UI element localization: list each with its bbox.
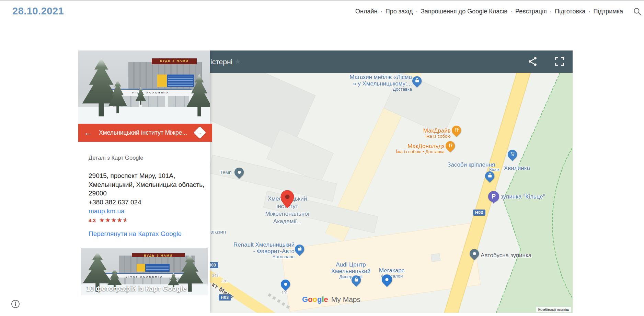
pin-khvylynka-store[interactable] xyxy=(506,148,519,161)
poi-megakars: Мегакарс Автосалон xyxy=(361,267,423,279)
poi-zupynka-kiltse: зупинка "Кільце" xyxy=(501,193,545,200)
poi-sublabel: Доставка xyxy=(336,87,412,92)
poi-label: МакДональдз xyxy=(376,143,445,149)
place-card-header: ← Хмельницький інститут Міжре... → xyxy=(78,124,212,142)
share-icon[interactable] xyxy=(527,56,538,67)
address-line: 29015, проспект Миру, 101А, xyxy=(89,171,204,180)
logo-letter: G xyxy=(302,295,308,304)
address-block: 29015, проспект Миру, 101А, Хмельницький… xyxy=(89,171,204,206)
nav-item-google-class[interactable]: Запрошення до Google Класів xyxy=(418,8,510,15)
poi-sublabel: Їжа із собою • Доставка xyxy=(376,149,445,155)
poi-renault: Renault Хмельницький - Фаворит-Авто Авто… xyxy=(225,241,295,260)
photos-caption: 10 фотографій із Карт Google xyxy=(86,285,186,293)
nav-item-support[interactable]: Підтримка xyxy=(590,8,626,15)
fork-knife-icon xyxy=(455,127,459,134)
place-photo[interactable]: БУДЬ З НАМИ VIVAT ACADEMIA xyxy=(78,50,210,124)
fullscreen-icon[interactable] xyxy=(554,56,565,67)
bag-icon xyxy=(354,277,358,283)
poi-label: Мегакарс xyxy=(361,267,423,274)
poi-label: МакДрайв xyxy=(382,127,451,134)
poi-khvylynka: Хвилинка xyxy=(504,165,530,171)
phone-number: +380 382 637 024 xyxy=(89,198,204,207)
embedded-map-widget[interactable]: Магазин меблів «Лісма » у Хмельницькому:… xyxy=(78,50,573,313)
road-shield-h03: H03 xyxy=(473,210,485,216)
bag-icon xyxy=(297,246,302,252)
house-number: 101 xyxy=(281,291,288,295)
nav-item-online[interactable]: Онлайн xyxy=(352,8,380,15)
keyboard-shortcuts-button[interactable]: Комбінації клавіш xyxy=(536,307,571,312)
rating-stars: ★★★★★ ★★★★★ xyxy=(99,217,129,223)
logo-letter: g xyxy=(317,295,322,304)
rating-row: 4.3 ★★★★★ ★★★★★ xyxy=(89,217,129,223)
pin-hole xyxy=(238,171,241,174)
view-on-google-maps-link[interactable]: Переглянути на Картах Google xyxy=(89,230,182,238)
photo-banner: БУДЬ З НАМИ xyxy=(152,58,196,64)
map-building xyxy=(431,253,441,262)
logo-letter: e xyxy=(324,295,328,304)
poi-label: Академії... xyxy=(256,218,319,225)
site-nav: Онлайн · Про захід · Запрошення до Googl… xyxy=(352,1,626,22)
poi-bus-stop: Автобусна зупинка xyxy=(481,252,531,259)
pin-mcdrive-restaurant[interactable] xyxy=(450,124,463,137)
search-icon[interactable] xyxy=(633,7,642,16)
map-title-partial: істерні xyxy=(210,50,232,73)
photos-thumbnail[interactable]: БУДЬ З НАМИ VIVAT ACADEMIA 10 фотографій… xyxy=(81,248,208,295)
map-road-prospekt xyxy=(198,266,283,313)
logo-mymaps-text: My Maps xyxy=(331,295,360,304)
bag-icon xyxy=(415,78,419,84)
poi-mcdrive: МакДрайв Їжа із собою xyxy=(382,127,451,139)
poi-lisma: Магазин меблів «Лісма » у Хмельницькому:… xyxy=(336,74,412,92)
poi-mcdonalds: МакДональдз Їжа із собою • Доставка xyxy=(376,143,445,155)
pin-parking[interactable]: P xyxy=(488,191,499,202)
poi-label: Renault Хмельницький xyxy=(225,241,295,248)
poi-label: » у Хмельницькому:... xyxy=(336,80,412,87)
info-icon[interactable] xyxy=(11,300,20,308)
poi-mahazyn-partial: агазин xyxy=(210,229,226,235)
fork-knife-icon xyxy=(448,143,452,149)
poi-sublabel: Автосалон xyxy=(225,255,295,260)
place-title: Хмельницький інститут Міжре... xyxy=(99,124,187,142)
nav-item-preparation[interactable]: Підготовка xyxy=(552,8,588,15)
star-icon[interactable]: ★ xyxy=(234,57,241,66)
photo-snow xyxy=(78,107,210,124)
poi-label: Міжрегіональної xyxy=(256,210,319,218)
pin-hole xyxy=(386,278,389,281)
directions-icon[interactable]: → xyxy=(194,126,206,139)
nav-item-registration[interactable]: Реєстрація xyxy=(512,8,550,15)
photo-blue-sign xyxy=(157,75,194,87)
site-header: 28.10.2021 Онлайн · Про захід · Запрошен… xyxy=(0,0,644,22)
logo-letter: o xyxy=(308,295,312,304)
pin-hole xyxy=(284,283,287,286)
road-shield-h03: H03 xyxy=(219,294,231,301)
poi-label: Магазин меблів «Лісма xyxy=(336,74,412,80)
address-line: Хмельницький, Хмельницька область, xyxy=(89,180,204,189)
website-link[interactable]: maup.km.ua xyxy=(89,207,125,215)
bag-icon xyxy=(487,173,492,179)
page: 28.10.2021 Онлайн · Про захід · Запрошен… xyxy=(0,0,644,316)
stars-filled: ★★★★★ xyxy=(99,217,126,223)
google-my-maps-logo[interactable]: Google My Maps xyxy=(302,295,360,304)
pin-mcdonalds-restaurant[interactable] xyxy=(444,139,457,152)
house-number: 191 xyxy=(222,279,228,283)
poi-label: - Фаворит-Авто xyxy=(225,248,295,255)
poi-zasoby: Засоби кріплення xyxy=(447,161,495,168)
pin-hole xyxy=(473,252,476,255)
house-number: 343 xyxy=(212,273,218,278)
rating-value: 4.3 xyxy=(89,217,96,223)
poi-sublabel: Їжа із собою xyxy=(382,134,451,139)
address-line: 29000 xyxy=(89,189,204,198)
site-title: 28.10.2021 xyxy=(12,5,64,17)
details-heading: Деталі з Карт Google xyxy=(89,155,143,161)
logo-letter: o xyxy=(313,295,317,304)
cart-icon xyxy=(510,151,515,158)
pin-institute-marker[interactable] xyxy=(280,190,294,210)
back-arrow-icon[interactable]: ← xyxy=(83,128,93,138)
nav-item-about[interactable]: Про захід xyxy=(382,8,416,15)
place-card-panel: БУДЬ З НАМИ VIVAT ACADEMIA ← Хмельницьки… xyxy=(78,50,210,313)
